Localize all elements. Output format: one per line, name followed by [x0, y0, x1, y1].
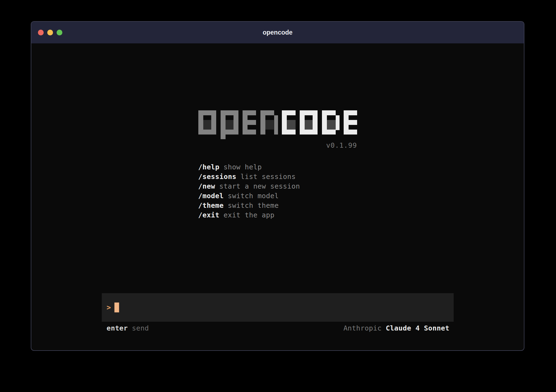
- maximize-button[interactable]: [57, 30, 62, 35]
- version-label: v0.1.99: [198, 141, 357, 149]
- command-description: start a new session: [219, 182, 300, 190]
- window-title: opencode: [31, 22, 524, 43]
- close-button[interactable]: [38, 30, 44, 35]
- command-list-item: /modelswitch model: [198, 191, 357, 201]
- logo-letter-n: [260, 110, 278, 135]
- window-titlebar[interactable]: opencode: [31, 22, 524, 43]
- logo-letter-d: [322, 110, 340, 135]
- command-list-item: /sessionslist sessions: [198, 172, 357, 181]
- logo-letter-e: [344, 110, 357, 135]
- text-cursor: [115, 303, 119, 312]
- keybind-key: enter: [107, 324, 128, 332]
- keybind-hint: entersend: [107, 324, 149, 332]
- command-name: /theme: [198, 201, 224, 209]
- command-list-item: /helpshow help: [198, 162, 357, 172]
- command-list-item: /themeswitch theme: [198, 201, 357, 210]
- window-controls: [38, 30, 62, 35]
- opencode-window: opencode v0.1.99 /helpshow help /session…: [31, 21, 524, 351]
- command-name: /sessions: [198, 173, 237, 181]
- keybind-action: send: [132, 324, 149, 332]
- command-name: /model: [198, 192, 224, 200]
- command-name: /help: [198, 163, 219, 171]
- logo-letter-e: [243, 110, 256, 135]
- opencode-logo: [198, 110, 357, 139]
- command-description: list sessions: [241, 173, 296, 181]
- terminal-content: v0.1.99 /helpshow help /sessionslist ses…: [31, 43, 524, 350]
- command-list-item: /newstart a new session: [198, 181, 357, 191]
- command-description: switch theme: [228, 201, 279, 209]
- command-description: show help: [224, 163, 262, 171]
- prompt-symbol: >: [107, 303, 111, 312]
- minimize-button[interactable]: [47, 30, 53, 35]
- logo-letter-p: [221, 110, 238, 139]
- prompt-input[interactable]: >: [102, 293, 454, 322]
- command-description: exit the app: [224, 211, 274, 219]
- logo-letter-c: [282, 110, 296, 135]
- status-bar: entersend AnthropicClaude 4 Sonnet: [102, 324, 454, 332]
- command-name: /new: [198, 182, 215, 190]
- splash-area: v0.1.99 /helpshow help /sessionslist ses…: [198, 110, 357, 220]
- model-provider: Anthropic: [343, 324, 382, 332]
- command-list-item: /exitexit the app: [198, 210, 357, 220]
- prompt-area: > entersend AnthropicClaude 4 Sonnet: [102, 293, 454, 332]
- logo-letter-o: [198, 110, 216, 135]
- command-list: /helpshow help /sessionslist sessions /n…: [198, 162, 357, 220]
- command-name: /exit: [198, 211, 219, 219]
- model-indicator: AnthropicClaude 4 Sonnet: [343, 324, 449, 332]
- logo-letter-o: [300, 110, 318, 135]
- model-name: Claude 4 Sonnet: [386, 324, 449, 332]
- command-description: switch model: [228, 192, 279, 200]
